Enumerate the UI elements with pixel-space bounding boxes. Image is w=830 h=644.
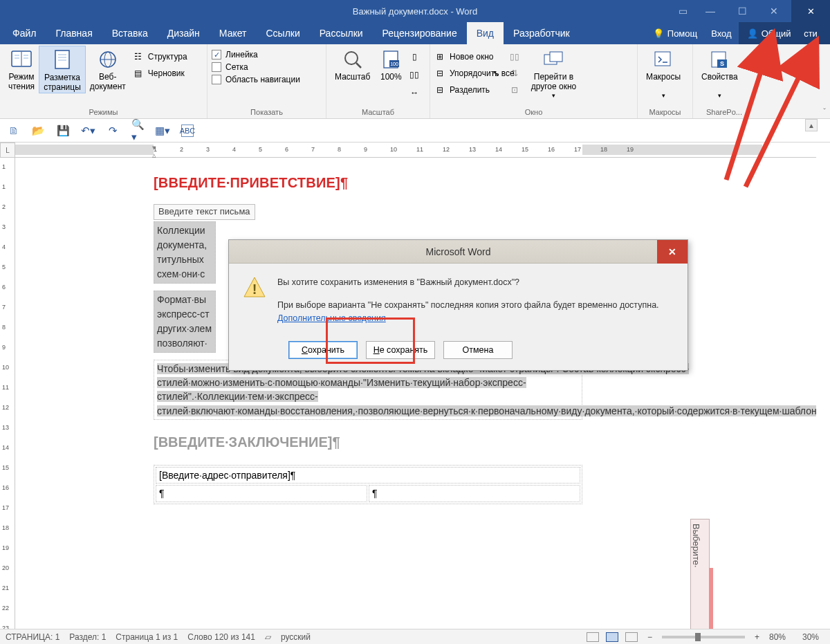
maximize-button[interactable]: ☐ [726,0,758,22]
redo-icon[interactable]: ↷ [107,125,119,137]
help-label: Помощ [667,28,697,39]
magnifier-icon [342,48,364,71]
empty-cell-1[interactable]: ¶ [156,485,367,502]
closing-placeholder[interactable]: [ВВЕДИТЕ·ЗАКЛЮЧЕНИЕ]¶ [154,432,631,452]
navigation-pane-checkbox[interactable]: Область навигации [212,75,300,84]
sender-address-cell[interactable]: [Введите·адрес·отправителя]¶ [156,467,580,484]
reset-position-button[interactable]: ⊡ [509,83,520,97]
tab-view[interactable]: Вид [467,22,504,44]
ribbon-options-icon[interactable]: ▭ [670,0,696,22]
letter-body-placeholder[interactable]: Введите текст письма [154,204,255,220]
sender-table[interactable]: [Введите·адрес·отправителя]¶ ¶¶ [154,465,582,504]
switch-window-button[interactable]: Перейти в другое окно ▾ [527,46,581,100]
tab-design[interactable]: Дизайн [158,22,210,44]
save-button[interactable]: Сохранить [288,341,358,359]
web-layout-button[interactable]: Веб- документ [86,46,130,92]
print-preview-icon[interactable]: 🔍▾ [131,125,144,137]
paragraph-2[interactable]: Формат·вы экспресс-ст других·элем позвол… [154,291,216,353]
web-view-icon[interactable] [625,632,638,642]
dialog-message-1: Вы хотите сохранить изменения в "Важный … [277,276,674,289]
page-width-button[interactable]: ↔ [409,86,420,100]
new-window-button[interactable]: ⊞Новое окно [434,50,499,64]
gridlines-checkbox[interactable]: Сетка [212,62,300,72]
open-icon[interactable]: 📂 [32,125,44,137]
zoom-out-button[interactable]: − [647,632,652,642]
paragraph-1[interactable]: Коллекции документа, титульных схем·они·… [154,221,216,284]
switch-window-label: Перейти в другое окно [531,72,577,92]
undo-icon[interactable]: ↶▾ [82,125,94,137]
outer-window-close-button[interactable]: ✕ [791,0,830,22]
tab-file[interactable]: Файл [3,22,46,44]
zoom-in-button[interactable]: + [755,632,759,642]
page-layout-icon [51,49,73,71]
tab-mailings[interactable]: Рассылки [310,22,373,44]
dialog-title-bar[interactable]: Microsoft Word ✕ [229,240,688,264]
dialog-more-info-link[interactable]: Дополнительные сведения [277,313,386,323]
one-page-button[interactable]: ▯ [409,50,420,64]
status-page-of[interactable]: Страница 1 из 1 [116,632,178,642]
dropdown-caret-icon: ▾ [552,92,555,100]
spelling-icon[interactable]: ABC [181,125,194,137]
macros-button[interactable]: Макросы▾ [642,46,685,100]
help-button[interactable]: 💡Помощ [646,28,704,39]
tab-review[interactable]: Рецензирование [373,22,467,44]
status-word-count[interactable]: Слово 120 из 141 [187,632,255,642]
save-icon[interactable]: 💾 [57,125,69,137]
tab-home[interactable]: Главная [46,22,102,44]
ruler-checkbox[interactable]: ✓Линейка [212,50,300,59]
arrange-icon: ⊟ [434,68,445,79]
arrange-all-button[interactable]: ⊟Упорядочить все↖ [434,66,499,80]
dialog-title: Microsoft Word [426,246,491,257]
greeting-placeholder[interactable]: [ВВЕДИТЕ·ПРИВЕТСТВИЕ]¶ [154,173,631,193]
view-side-by-side-button[interactable]: ▯▯ [509,50,520,64]
read-mode-icon [10,48,33,71]
sync-scroll-button[interactable]: ⇅ [509,66,520,80]
cancel-button[interactable]: Отмена [443,341,513,359]
properties-button[interactable]: S Свойства▾ [697,46,742,100]
multi-page-button[interactable]: ▯▯ [409,68,420,82]
svg-text:100: 100 [391,62,399,66]
page-layout-button[interactable]: Разметка страницы [39,46,86,93]
zoom-level[interactable]: 80% [769,632,786,642]
checkbox-empty-icon [212,62,221,72]
scroll-up-button[interactable]: ▲ [805,119,818,131]
zoom-slider-thumb[interactable] [695,633,701,641]
outline-button[interactable]: ☷Структура [133,50,187,64]
login-button[interactable]: Вход [704,28,738,39]
proofing-icon[interactable]: ▱ [265,632,271,642]
document-area[interactable]: [ВВЕДИТЕ·ПРИВЕТСТВИЕ]¶ Введите текст пис… [15,158,816,629]
dialog-close-button[interactable]: ✕ [657,240,688,264]
svg-text:!: ! [252,282,257,297]
tab-references[interactable]: Ссылки [256,22,309,44]
horizontal-ruler[interactable]: ▾ ▵ 12345678910111213141516171819 [15,142,816,158]
minimize-button[interactable]: — [694,0,726,22]
draft-button[interactable]: ▤Черновик [133,66,187,80]
svg-line-14 [356,63,361,68]
status-page[interactable]: СТРАНИЦА: 1 [6,632,59,642]
tab-layout[interactable]: Макет [210,22,257,44]
status-section[interactable]: Раздел: 1 [69,632,106,642]
zoom-slider[interactable] [662,636,745,638]
read-view-icon[interactable] [587,632,599,642]
print-layout-view-icon[interactable] [606,632,618,642]
web-layout-label: Веб- документ [90,72,126,92]
vertical-ruler[interactable]: 11234567891011121314151617181920212223 [0,158,15,629]
table-icon[interactable]: ▦▾ [156,125,169,137]
status-language[interactable]: русский [281,632,311,642]
dont-save-button[interactable]: Не сохранять [366,341,435,359]
collapse-ribbon-button[interactable]: ˇ [823,107,826,116]
switch-window-icon [542,48,564,71]
read-mode-button[interactable]: Режим чтения [4,46,39,92]
sharepoint-icon: S [708,48,730,71]
tab-insert[interactable]: Вставка [102,22,158,44]
zoom-100-button[interactable]: 100 100% [374,46,407,82]
new-doc-icon[interactable]: 🗎 [7,125,19,137]
web-layout-icon [97,48,119,71]
zoom-button[interactable]: Масштаб [331,46,374,82]
split-button[interactable]: ⊟Разделить [434,83,499,97]
close-button[interactable]: ✕ [758,0,790,22]
tab-developer[interactable]: Разработчик [504,22,580,44]
empty-cell-2[interactable]: ¶ [369,485,580,502]
margin-comment-box[interactable]: Выберите· [690,519,710,629]
ruler-corner[interactable]: L [0,142,15,158]
